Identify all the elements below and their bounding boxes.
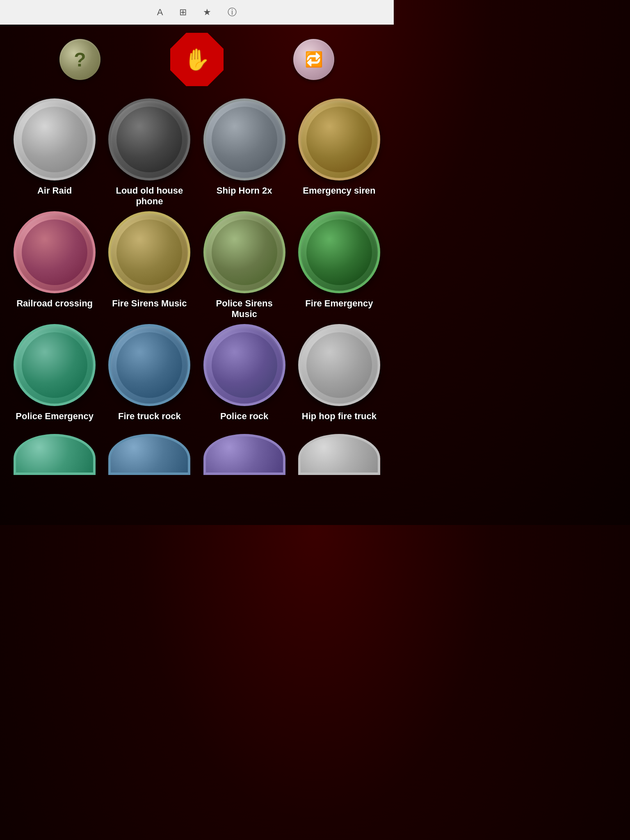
sound-button-inner-ship-horn-2x — [212, 107, 277, 172]
partial-button-partial-4[interactable] — [298, 434, 380, 475]
sound-item-ship-horn-2x[interactable]: Ship Horn 2x — [198, 98, 291, 207]
partial-button-partial-3[interactable] — [203, 434, 285, 475]
partial-item-partial-2[interactable] — [103, 434, 196, 475]
sound-button-inner-railroad-crossing — [22, 219, 87, 285]
sound-button-inner-fire-sirens-music — [116, 219, 182, 285]
sound-item-railroad-crossing[interactable]: Railroad crossing — [8, 211, 101, 320]
sound-label-loud-old-house-phone: Loud old house phone — [108, 185, 190, 207]
sound-button-railroad-crossing[interactable] — [14, 211, 96, 293]
sound-item-fire-truck-rock[interactable]: Fire truck rock — [103, 324, 196, 422]
sound-item-police-rock[interactable]: Police rock — [198, 324, 291, 422]
sound-button-fire-sirens-music[interactable] — [108, 211, 190, 293]
repeat-button[interactable]: 🔁 — [293, 39, 334, 80]
sound-button-inner-emergency-siren — [306, 107, 372, 172]
sound-button-inner-fire-truck-rock — [116, 332, 182, 398]
star-icon[interactable]: ★ — [203, 7, 211, 18]
partial-button-partial-2[interactable] — [108, 434, 190, 475]
sound-item-hip-hop-fire-truck[interactable]: Hip hop fire truck — [293, 324, 386, 422]
sound-label-fire-truck-rock: Fire truck rock — [118, 411, 181, 422]
sound-button-inner-air-raid — [22, 107, 87, 172]
sound-item-police-sirens-music[interactable]: Police Sirens Music — [198, 211, 291, 320]
grid-icon[interactable]: ⊞ — [179, 7, 187, 18]
sound-button-inner-loud-old-house-phone — [116, 107, 182, 172]
partial-button-partial-1[interactable] — [14, 434, 96, 475]
sound-button-emergency-siren[interactable] — [298, 98, 380, 180]
info-icon[interactable]: ⓘ — [228, 6, 237, 18]
sound-button-fire-truck-rock[interactable] — [108, 324, 190, 406]
sound-item-police-emergency[interactable]: Police Emergency — [8, 324, 101, 422]
sound-item-fire-sirens-music[interactable]: Fire Sirens Music — [103, 211, 196, 320]
sound-button-inner-police-rock — [212, 332, 277, 398]
repeat-icon: 🔁 — [305, 51, 323, 68]
header-controls: ? ✋ 🔁 — [0, 25, 394, 90]
top-bar: A ⊞ ★ ⓘ — [0, 0, 394, 25]
sound-item-fire-emergency[interactable]: Fire Emergency — [293, 211, 386, 320]
sound-label-police-sirens-music: Police Sirens Music — [203, 298, 285, 320]
sound-button-ship-horn-2x[interactable] — [203, 98, 285, 180]
sound-button-inner-fire-emergency — [306, 219, 372, 285]
sound-button-air-raid[interactable] — [14, 98, 96, 180]
partial-item-partial-3[interactable] — [198, 434, 291, 475]
sound-label-air-raid: Air Raid — [37, 185, 72, 196]
sound-label-police-emergency: Police Emergency — [16, 411, 94, 422]
stop-button[interactable]: ✋ — [170, 33, 224, 86]
partial-item-partial-4[interactable] — [293, 434, 386, 475]
sound-label-hip-hop-fire-truck: Hip hop fire truck — [302, 411, 377, 422]
help-button[interactable]: ? — [59, 39, 100, 80]
sound-button-hip-hop-fire-truck[interactable] — [298, 324, 380, 406]
partial-bottom-row — [0, 430, 394, 475]
stop-hand-icon: ✋ — [178, 41, 215, 78]
sound-label-police-rock: Police rock — [220, 411, 268, 422]
sound-item-air-raid[interactable]: Air Raid — [8, 98, 101, 207]
sound-button-inner-hip-hop-fire-truck — [306, 332, 372, 398]
sound-button-police-rock[interactable] — [203, 324, 285, 406]
sound-button-inner-police-emergency — [22, 332, 87, 398]
sound-button-fire-emergency[interactable] — [298, 211, 380, 293]
help-icon: ? — [74, 48, 86, 71]
sound-button-inner-police-sirens-music — [212, 219, 277, 285]
sound-label-emergency-siren: Emergency siren — [303, 185, 375, 196]
sound-label-fire-emergency: Fire Emergency — [305, 298, 373, 309]
partial-item-partial-1[interactable] — [8, 434, 101, 475]
sound-label-railroad-crossing: Railroad crossing — [16, 298, 93, 309]
sound-button-police-emergency[interactable] — [14, 324, 96, 406]
font-icon[interactable]: A — [157, 7, 163, 18]
sound-item-loud-old-house-phone[interactable]: Loud old house phone — [103, 98, 196, 207]
sound-label-fire-sirens-music: Fire Sirens Music — [112, 298, 187, 309]
sound-button-police-sirens-music[interactable] — [203, 211, 285, 293]
sound-item-emergency-siren[interactable]: Emergency siren — [293, 98, 386, 207]
sound-label-ship-horn-2x: Ship Horn 2x — [217, 185, 272, 196]
sound-grid: Air RaidLoud old house phoneShip Horn 2x… — [0, 90, 394, 430]
sound-button-loud-old-house-phone[interactable] — [108, 98, 190, 180]
